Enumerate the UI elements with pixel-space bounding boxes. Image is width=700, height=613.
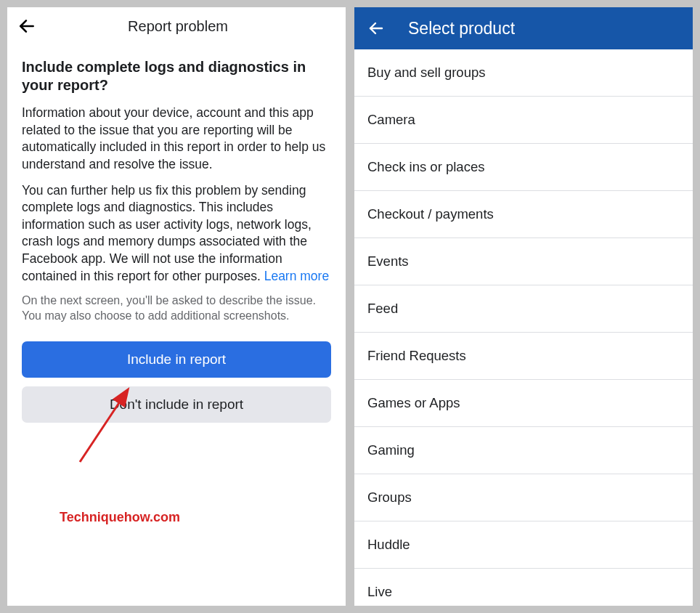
right-header-title: Select product: [408, 19, 515, 38]
next-screen-note: On the next screen, you'll be asked to d…: [22, 293, 331, 324]
para-logs-info: You can further help us fix this problem…: [22, 182, 331, 285]
back-button-right[interactable]: [367, 16, 392, 41]
back-arrow-icon: [367, 20, 385, 37]
left-content: Include complete logs and diagnostics in…: [7, 49, 346, 431]
select-product-screen: Select product Buy and sell groups Camer…: [354, 7, 693, 606]
watermark-text: Techniquehow.com: [60, 510, 180, 525]
left-header-title: Report problem: [42, 18, 335, 35]
back-arrow-icon: [17, 17, 36, 36]
back-button-left[interactable]: [17, 14, 42, 38]
learn-more-link[interactable]: Learn more: [264, 269, 330, 283]
product-item-checkins[interactable]: Check ins or places: [354, 144, 693, 191]
product-item-friend-requests[interactable]: Friend Requests: [354, 333, 693, 380]
dont-include-button[interactable]: Don't include in report: [22, 386, 331, 423]
product-item-live[interactable]: Live: [354, 569, 693, 606]
report-problem-screen: Report problem Include complete logs and…: [7, 7, 346, 606]
product-item-camera[interactable]: Camera: [354, 97, 693, 144]
product-item-games-apps[interactable]: Games or Apps: [354, 380, 693, 427]
product-item-checkout[interactable]: Checkout / payments: [354, 191, 693, 238]
product-list: Buy and sell groups Camera Check ins or …: [354, 49, 693, 606]
para-device-info: Information about your device, account a…: [22, 105, 331, 174]
product-item-events[interactable]: Events: [354, 238, 693, 285]
product-item-feed[interactable]: Feed: [354, 285, 693, 333]
product-item-huddle[interactable]: Huddle: [354, 521, 693, 569]
diagnostics-heading: Include complete logs and diagnostics in…: [22, 58, 331, 94]
include-in-report-button[interactable]: Include in report: [22, 341, 331, 378]
product-item-groups[interactable]: Groups: [354, 474, 693, 521]
right-header: Select product: [354, 7, 693, 49]
product-item-gaming[interactable]: Gaming: [354, 427, 693, 474]
left-header: Report problem: [7, 7, 346, 49]
product-item-buy-sell[interactable]: Buy and sell groups: [354, 49, 693, 97]
